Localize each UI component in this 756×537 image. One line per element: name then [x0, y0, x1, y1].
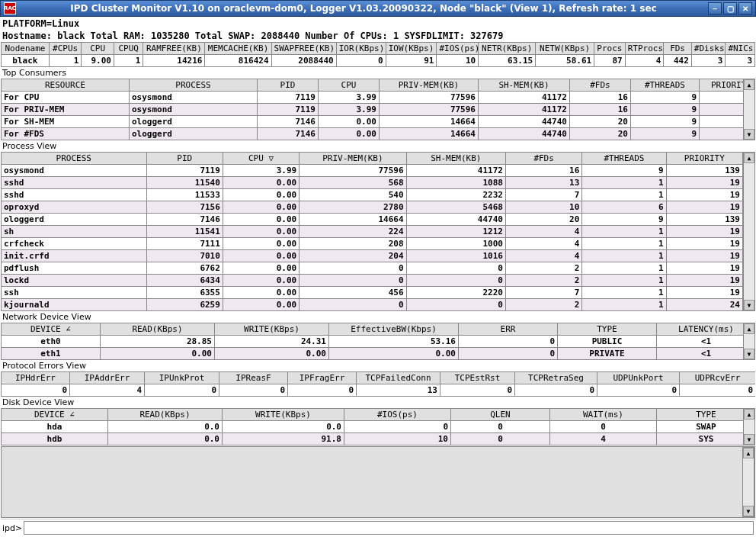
dv-col-type[interactable]: TYPE	[657, 409, 744, 421]
col-nics[interactable]: #NICs	[726, 43, 755, 55]
table-row[interactable]: oproxyd71560.002780546810619	[2, 201, 743, 214]
nv-col-effbw[interactable]: EffectiveBW(Kbps)	[329, 323, 459, 336]
pv-col-process[interactable]: PROCESS	[2, 153, 147, 165]
table-row[interactable]: ologgerd71460.001466444740209139	[2, 214, 743, 226]
tc-col-resource[interactable]: RESOURCE	[2, 79, 130, 92]
table-row[interactable]: sh115410.0022412124119	[2, 226, 743, 238]
pv-col-pid[interactable]: PID	[146, 153, 223, 165]
nv-col-write[interactable]: WRITE(KBps)	[215, 323, 329, 336]
maximize-button[interactable]: ▢	[723, 2, 737, 14]
dv-col-wait[interactable]: WAIT(ms)	[550, 409, 657, 421]
pv-col-privmem[interactable]: PRIV-MEM(KB)	[300, 153, 406, 165]
process-view-scrollbar[interactable]: ▲ ▼	[743, 152, 755, 311]
table-row[interactable]: For #FDSologgerd71460.001466444740209139	[2, 128, 744, 140]
pv-col-priority[interactable]: PRIORITY	[666, 153, 742, 165]
table-row[interactable]: hda0.00.0000SWAP	[2, 421, 744, 433]
col-memcache[interactable]: MEMCACHE(KB)	[205, 43, 271, 55]
pv-col-cpu[interactable]: CPU ▽	[223, 153, 299, 165]
col-cpu[interactable]: CPU	[82, 43, 114, 55]
node-summary-row[interactable]: black 1 9.00 1 14216 816424 2088440 0 91…	[2, 55, 755, 67]
table-row[interactable]: pdflush67620.00002119	[2, 262, 743, 275]
tc-col-fds[interactable]: #FDs	[570, 79, 631, 92]
pe-col-9[interactable]: UDPRcvErr	[680, 372, 756, 384]
pv-col-threads[interactable]: #THREADS	[582, 153, 666, 165]
col-disks[interactable]: #Disks	[691, 43, 726, 55]
tc-col-shmem[interactable]: SH-MEM(KB)	[479, 79, 570, 92]
pe-col-1[interactable]: IPAddrErr	[70, 372, 145, 384]
table-row[interactable]: hdb0.091.81004SYS	[2, 433, 744, 445]
table-row[interactable]: eth028.8524.3153.160PUBLIC<1	[2, 336, 744, 348]
command-input[interactable]	[24, 521, 754, 535]
table-row[interactable]: ssh63550.0045622207119	[2, 287, 743, 299]
window-title: IPD Cluster Monitor V1.10 on oraclevm-do…	[21, 3, 706, 14]
tc-col-pid[interactable]: PID	[258, 79, 319, 92]
col-ior[interactable]: IOR(KBps)	[336, 43, 386, 55]
scroll-up-icon[interactable]: ▲	[744, 79, 754, 90]
table-row[interactable]: osysmond71193.997759641172169139	[2, 165, 743, 177]
dv-col-read[interactable]: READ(KBps)	[108, 409, 223, 421]
col-swapfree[interactable]: SWAPFREE(KB)	[271, 43, 336, 55]
scroll-down-icon[interactable]: ▼	[744, 434, 754, 445]
pe-col-4[interactable]: IPFragErr	[288, 372, 357, 384]
pe-col-2[interactable]: IPUnkProt	[145, 372, 219, 384]
tc-col-threads[interactable]: #THREADS	[631, 79, 700, 92]
pv-col-shmem[interactable]: SH-MEM(KB)	[406, 153, 505, 165]
pe-col-6[interactable]: TCPEstRst	[440, 372, 515, 384]
minimize-button[interactable]: –	[708, 2, 722, 14]
pe-col-5[interactable]: TCPFailedConn	[357, 372, 440, 384]
scroll-up-icon[interactable]: ▲	[744, 409, 754, 420]
nv-col-device[interactable]: DEVICE ∠	[2, 323, 101, 336]
scroll-down-icon[interactable]: ▼	[744, 129, 754, 140]
table-row[interactable]: kjournald62590.00002124	[2, 299, 743, 311]
top-consumers-scrollbar[interactable]: ▲ ▼	[743, 79, 755, 140]
table-row[interactable]: For SH-MEMologgerd71460.0014664447402091…	[2, 116, 744, 128]
disk-view-scrollbar[interactable]: ▲ ▼	[743, 408, 755, 445]
col-ramfree[interactable]: RAMFREE(KB)	[143, 43, 205, 55]
scroll-down-icon[interactable]: ▼	[744, 349, 754, 359]
pe-col-8[interactable]: UDPUnkPort	[597, 372, 680, 384]
table-row[interactable]: For PRIV-MEMosysmond71193.99775964117216…	[2, 104, 744, 116]
col-procs[interactable]: Procs	[594, 43, 626, 55]
network-view-scrollbar[interactable]: ▲ ▼	[743, 323, 755, 360]
scroll-up-icon[interactable]: ▲	[744, 153, 754, 163]
pe-row[interactable]: 0 4 0 0 0 13 0 0 0 0	[2, 384, 756, 397]
pe-col-0[interactable]: IPHdrErr	[2, 372, 70, 384]
table-row[interactable]: lockd64340.00002119	[2, 275, 743, 287]
table-row[interactable]: init.crfd70100.0020410164119	[2, 250, 743, 262]
tc-col-privmem[interactable]: PRIV-MEM(KB)	[380, 79, 479, 92]
nv-col-read[interactable]: READ(KBps)	[101, 323, 215, 336]
col-iosps[interactable]: #IOS(ps)	[437, 43, 479, 55]
tc-col-cpu[interactable]: CPU	[319, 79, 380, 92]
nv-col-err[interactable]: ERR	[459, 323, 558, 336]
nv-col-latency[interactable]: LATENCY(ms)	[657, 323, 744, 336]
col-cpuq[interactable]: CPUQ	[114, 43, 143, 55]
tc-col-priority[interactable]: PRIORITY	[700, 79, 744, 92]
col-netr[interactable]: NETR(KBps)	[479, 43, 536, 55]
scroll-up-icon[interactable]: ▲	[744, 323, 754, 334]
pe-col-3[interactable]: IPReasF	[219, 372, 288, 384]
dv-col-iosps[interactable]: #IOS(ps)	[344, 409, 451, 421]
col-fds[interactable]: FDs	[664, 43, 691, 55]
col-cpus[interactable]: #CPUs	[49, 43, 82, 55]
table-row[interactable]: crfcheck71110.0020810004119	[2, 238, 743, 250]
scroll-down-icon[interactable]: ▼	[743, 506, 754, 516]
nv-col-type[interactable]: TYPE	[558, 323, 657, 336]
pv-col-fds[interactable]: #FDs	[505, 153, 581, 165]
dv-col-qlen[interactable]: QLEN	[451, 409, 550, 421]
col-netw[interactable]: NETW(KBps)	[536, 43, 594, 55]
scroll-up-icon[interactable]: ▲	[743, 448, 754, 458]
col-rtprocs[interactable]: RTProcs	[625, 43, 664, 55]
table-row[interactable]: eth10.000.000.000PRIVATE<1	[2, 348, 744, 360]
table-row[interactable]: sshd115400.00568108813119	[2, 177, 743, 189]
col-nodename[interactable]: Nodename	[2, 43, 50, 55]
scroll-down-icon[interactable]: ▼	[744, 300, 754, 310]
pe-col-7[interactable]: TCPRetraSeg	[515, 372, 597, 384]
log-scrollbar[interactable]: ▲ ▼	[742, 447, 754, 517]
dv-col-device[interactable]: DEVICE ∠	[2, 409, 108, 421]
tc-col-process[interactable]: PROCESS	[130, 79, 258, 92]
table-row[interactable]: sshd115330.0054022327119	[2, 189, 743, 201]
close-button[interactable]: ✕	[738, 2, 752, 14]
col-iow[interactable]: IOW(KBps)	[386, 43, 437, 55]
dv-col-write[interactable]: WRITE(KBps)	[223, 409, 344, 421]
table-row[interactable]: For CPUosysmond71193.997759641172169139	[2, 92, 744, 104]
